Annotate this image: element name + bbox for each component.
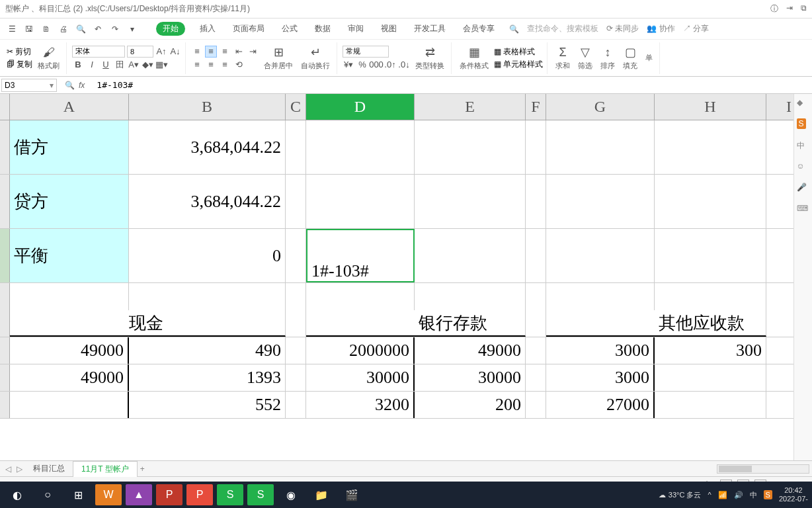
cell-b3[interactable]: 0 [129,229,286,282]
decrease-font-icon[interactable]: A↓ [169,46,181,58]
cell-b6[interactable]: 490 [129,337,286,364]
cell-f5[interactable] [526,310,546,337]
percent-icon[interactable]: % [356,59,368,71]
underline-icon[interactable]: U [100,59,112,71]
type-convert-button[interactable]: ⇄类型转换 [413,45,447,71]
cell-f7[interactable] [526,364,546,391]
start-icon[interactable]: ◐ [4,484,30,505]
saveas-icon[interactable]: 🗎 [40,22,53,36]
table-fmt-button[interactable]: 表格样式 [503,46,535,58]
preview-icon[interactable]: 🔍 [74,22,87,36]
sb-icon-4[interactable]: ☺ [797,161,810,175]
cell-g7[interactable]: 3000 [546,364,655,391]
italic-icon[interactable]: I [86,59,98,71]
orientation-icon[interactable]: ⟲ [233,59,245,71]
cell-d7[interactable]: 30000 [306,364,415,391]
align-bot-icon[interactable]: ≡ [219,46,231,58]
cell-a3[interactable]: 平衡 [10,229,129,282]
select-all-corner[interactable] [0,94,10,120]
fillcolor-icon[interactable]: ◆▾ [142,59,153,71]
cell-h5[interactable]: 其他应收款 [655,310,766,337]
cell-g3[interactable] [546,229,655,282]
sync-status[interactable]: ⟳ 未同步 [606,23,639,34]
horizontal-scrollbar[interactable] [717,464,809,474]
sb-icon-5[interactable]: 🎤 [797,183,810,196]
tab-member[interactable]: 会员专享 [460,21,497,37]
name-box[interactable]: D3▾ [1,79,57,92]
volume-icon[interactable]: 🔊 [734,491,743,499]
cell-d4[interactable] [306,283,415,310]
sheet-next-icon[interactable]: ▷ [14,464,25,474]
row-header[interactable] [0,337,10,364]
cell-e7[interactable]: 30000 [415,364,526,391]
cell-e5[interactable]: 银行存款 [415,310,526,337]
tab-start[interactable]: 开始 [156,22,185,36]
dec-decimal-icon[interactable]: .0↓ [398,59,410,71]
increase-font-icon[interactable]: A↑ [155,46,167,58]
search-hint[interactable]: 查找命令、搜索模板 [527,23,598,34]
cell-c4[interactable] [286,283,306,310]
app-icon-4[interactable]: P [186,484,213,505]
cell-h7[interactable] [655,364,766,391]
zoom-icon[interactable]: 🔍 [65,81,75,90]
tab-data[interactable]: 数据 [312,21,333,37]
cell-c1[interactable] [286,120,306,174]
cell-b8[interactable]: 552 [129,392,286,418]
cell-e8[interactable]: 200 [415,392,526,418]
wps-icon[interactable]: W [95,484,122,505]
cell-g8[interactable]: 27000 [546,392,655,418]
sb-icon-6[interactable]: ⌨ [797,204,810,217]
cell-a1[interactable]: 借方 [10,120,129,174]
row-header[interactable] [0,175,10,228]
size-select[interactable] [127,46,153,58]
cell-e1[interactable] [415,120,526,174]
undo-icon[interactable]: ↶ [91,22,104,36]
cell-h6[interactable]: 300 [655,337,766,364]
cell-f3[interactable] [526,229,546,282]
cell-d3[interactable]: 1#-103# [306,229,415,282]
cell-c8[interactable] [286,392,306,418]
cell-e6[interactable]: 49000 [415,337,526,364]
col-header-e[interactable]: E [415,94,526,120]
app-icon-9[interactable]: 🎬 [339,484,365,505]
cell-a2[interactable]: 贷方 [10,175,129,228]
tray-up-icon[interactable]: ^ [708,491,711,499]
cell-h8[interactable] [655,392,766,418]
cell-f8[interactable] [526,392,546,418]
cell-d1[interactable] [306,120,415,174]
fill-button[interactable]: ▢填充 [620,45,640,71]
sum-button[interactable]: Σ求和 [553,46,573,71]
tab-formula[interactable]: 公式 [279,21,300,37]
row-header[interactable] [0,120,10,174]
tab-devtools[interactable]: 开发工具 [411,21,448,37]
col-header-b[interactable]: B [129,94,286,120]
cell-b1[interactable]: 3,684,044.22 [129,120,286,174]
cell-g2[interactable] [546,175,655,228]
clock[interactable]: 20:42 2022-07- [779,486,808,503]
taskview-icon[interactable]: ⊞ [65,484,91,505]
cell-c6[interactable] [286,337,306,364]
cell-g6[interactable]: 3000 [546,337,655,364]
col-header-h[interactable]: H [655,94,766,120]
tab-layout[interactable]: 页面布局 [230,21,267,37]
row-header[interactable] [0,392,10,418]
cell-a5[interactable] [10,310,129,337]
indent-inc-icon[interactable]: ⇥ [247,46,259,58]
sb-ime-s[interactable]: S [797,119,810,132]
dropdown-icon[interactable]: ▾ [126,22,139,36]
copy-button[interactable]: 复制 [17,59,32,70]
cell-e3[interactable] [415,229,526,282]
cell-fmt-button[interactable]: 单元格样式 [503,59,543,70]
cell-d5[interactable] [306,310,415,337]
fontcolor-icon[interactable]: A▾ [128,59,140,71]
wrap-button[interactable]: ↵自动换行 [298,45,333,71]
collab-button[interactable]: 👥 协作 [647,23,674,34]
cut-button[interactable]: 剪切 [15,46,31,58]
cell-c5[interactable] [286,310,306,337]
cell-a6[interactable]: 49000 [10,337,129,364]
comma-icon[interactable]: 000 [370,59,382,71]
row-header[interactable] [0,283,10,310]
sheet-tab-2[interactable]: 11月T 型帐户 [73,461,138,477]
cell-g4[interactable] [546,283,655,310]
col-header-g[interactable]: G [546,94,655,120]
